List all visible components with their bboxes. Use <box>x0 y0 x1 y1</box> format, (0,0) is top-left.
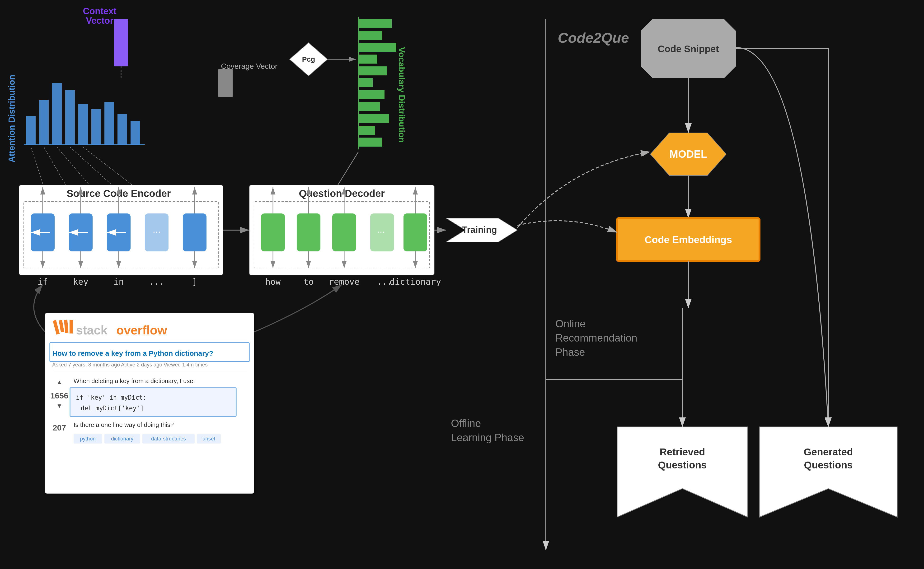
so-body-text: When deleting a key from a dictionary, I… <box>73 377 195 385</box>
svg-rect-35 <box>358 126 375 135</box>
code2que-label: Code2Que <box>558 30 629 46</box>
tag-data-structures: data-structures <box>151 436 186 442</box>
so-upvote: ▲ <box>56 379 63 386</box>
tag-unset: unset <box>203 436 215 442</box>
svg-rect-32 <box>358 90 384 99</box>
svg-rect-33 <box>358 102 380 111</box>
svg-rect-10 <box>78 104 88 145</box>
so-overflow: overflow <box>116 323 167 337</box>
model-label: MODEL <box>669 148 707 160</box>
token-dictionary: dictionary <box>390 277 441 286</box>
tag-dictionary: dictionary <box>111 436 133 442</box>
so-vote2: 207 <box>53 423 66 432</box>
so-code-line1: if 'key' in myDict: <box>76 394 146 401</box>
pcg-label: Pcg <box>302 55 315 63</box>
context-label: Context <box>83 6 117 16</box>
token-how: how <box>265 277 281 286</box>
stackoverflow-card: stack overflow How to remove a key from … <box>45 313 254 493</box>
svg-rect-13 <box>117 114 127 145</box>
so-downvote: ▼ <box>56 402 63 409</box>
online-label2: Recommendation <box>555 332 637 344</box>
code-snippet-label: Code Snippet <box>658 44 719 54</box>
coverage-label: Coverage Vector <box>221 62 278 70</box>
retrieved-label2: Questions <box>658 459 707 470</box>
code-embeddings-label: Code Embeddings <box>645 234 732 245</box>
so-question-title: How to remove a key from a Python dictio… <box>52 349 213 357</box>
svg-rect-36 <box>358 138 382 147</box>
svg-rect-14 <box>131 121 140 145</box>
token-in: in <box>113 277 124 286</box>
svg-rect-29 <box>358 55 377 64</box>
so-vote-count: 1656 <box>50 391 69 400</box>
svg-rect-64 <box>261 213 285 251</box>
token-remove: remove <box>329 277 360 286</box>
svg-rect-12 <box>104 102 114 145</box>
svg-rect-11 <box>91 109 101 145</box>
svg-rect-21 <box>114 19 128 66</box>
token-key: key <box>73 277 88 286</box>
svg-rect-102 <box>70 388 236 416</box>
training-label: Training <box>462 225 497 235</box>
svg-rect-23 <box>218 69 233 97</box>
token-bracket: ] <box>192 277 197 286</box>
so-comment-text: Is there a one line way of doing this? <box>73 421 174 428</box>
svg-rect-7 <box>39 100 49 145</box>
question-decoder: Question Decoder ··· <box>249 185 435 275</box>
tag-python: python <box>80 436 96 442</box>
svg-rect-98 <box>70 320 73 333</box>
code-snippet-box: Code Snippet <box>641 19 736 78</box>
svg-rect-9 <box>65 90 75 145</box>
svg-text:···: ··· <box>152 226 160 237</box>
retrieved-label1: Retrieved <box>660 446 705 458</box>
context-label2: Vector <box>86 16 113 26</box>
svg-rect-34 <box>358 114 389 123</box>
svg-rect-65 <box>297 213 320 251</box>
token-to: to <box>303 277 314 286</box>
so-meta: Asked 7 years, 8 months ago Active 2 day… <box>52 362 208 368</box>
svg-rect-28 <box>358 43 396 52</box>
decoder-title: Question Decoder <box>299 188 385 199</box>
offline-label2: Learning Phase <box>451 432 524 443</box>
svg-rect-45 <box>183 213 206 251</box>
online-label1: Online <box>555 318 586 329</box>
svg-text:···: ··· <box>377 226 385 237</box>
offline-label1: Offline <box>451 417 481 429</box>
svg-rect-66 <box>332 213 356 251</box>
svg-rect-26 <box>358 19 392 28</box>
svg-rect-8 <box>52 83 62 145</box>
online-label3: Phase <box>555 346 585 358</box>
vocab-label: Vocabulary Distribution <box>397 47 407 143</box>
generated-label1: Generated <box>804 446 853 458</box>
svg-rect-6 <box>26 116 36 145</box>
svg-rect-30 <box>358 66 387 75</box>
generated-label2: Questions <box>804 459 852 470</box>
source-code-encoder: Source Code Encoder ··· <box>19 185 223 275</box>
so-stack: stack <box>76 323 108 337</box>
token-dots: ... <box>149 277 164 286</box>
svg-rect-68 <box>404 213 427 251</box>
attention-label: Attention Distribution <box>7 75 17 163</box>
so-code-line2: del myDict['key'] <box>81 405 144 412</box>
code-embeddings-box: Code Embeddings <box>617 218 759 261</box>
svg-rect-31 <box>358 78 373 87</box>
svg-rect-27 <box>358 31 382 40</box>
